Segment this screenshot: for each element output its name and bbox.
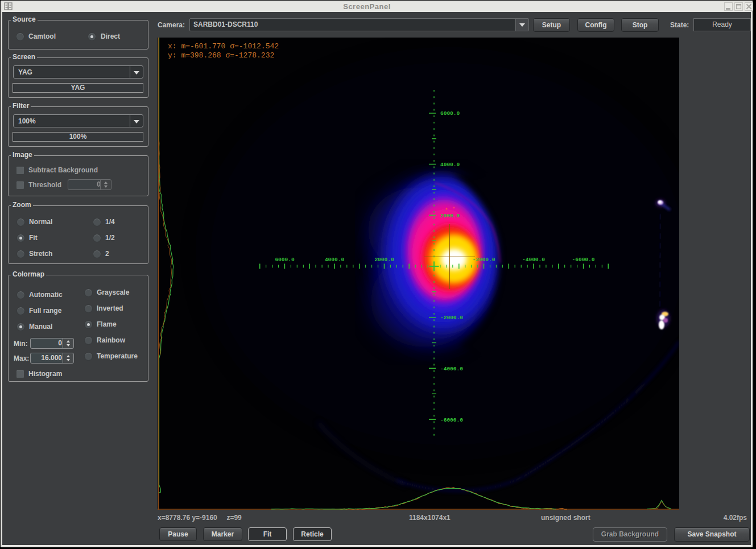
svg-text:-6000.0: -6000.0: [440, 417, 463, 423]
svg-text:4000.0: 4000.0: [440, 162, 460, 168]
svg-text:6000.0: 6000.0: [440, 110, 460, 117]
svg-text:-6000.0: -6000.0: [572, 257, 595, 263]
svg-text:4000.0: 4000.0: [325, 257, 345, 263]
svg-text:-4000.0: -4000.0: [522, 257, 545, 263]
svg-text:x: m=-601.770 σ=-1012.542: x: m=-601.770 σ=-1012.542: [168, 42, 279, 51]
svg-text:-2000.0: -2000.0: [473, 257, 495, 263]
svg-text:-4000.0: -4000.0: [440, 366, 463, 372]
svg-text:2000.0: 2000.0: [440, 213, 460, 219]
svg-text:-2000.0: -2000.0: [440, 315, 463, 321]
svg-text:2000.0: 2000.0: [374, 257, 394, 263]
svg-text:6000.0: 6000.0: [275, 257, 295, 263]
svg-text:y: m=398.268 σ=-1278.232: y: m=398.268 σ=-1278.232: [168, 51, 274, 60]
